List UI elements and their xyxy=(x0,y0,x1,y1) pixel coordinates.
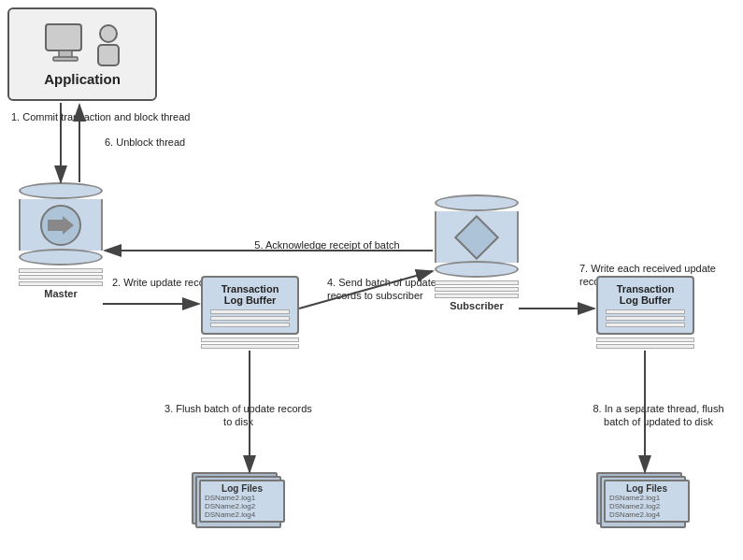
log-files-left: Log Files DSName2.log1 DSName2.log2 DSNa… xyxy=(192,472,293,539)
log-files-right-label: Log Files xyxy=(609,483,684,494)
log-file-right-3: DSName2.log4 xyxy=(609,510,684,519)
step3-label: 3. Flush batch of update records to disk xyxy=(164,402,313,429)
application-box: Application xyxy=(7,7,157,101)
log-file-left-1: DSName2.log1 xyxy=(205,494,279,502)
log-file-left-2: DSName2.log2 xyxy=(205,502,279,510)
svg-rect-2 xyxy=(53,57,78,61)
log-file-right-1: DSName2.log1 xyxy=(609,494,684,502)
master-label: Master xyxy=(19,288,103,299)
monitor-icon xyxy=(42,22,89,69)
tlb-left: Transaction Log Buffer xyxy=(201,276,299,351)
diagram: Application 1. Commit transaction and bl… xyxy=(0,0,743,560)
log-file-right-2: DSName2.log2 xyxy=(609,502,684,510)
master-arrow-icon xyxy=(40,205,81,246)
master-db: Master xyxy=(19,182,103,299)
step5-label: 5. Acknowledge receipt of batch xyxy=(196,238,458,251)
svg-point-3 xyxy=(100,25,117,42)
step1-label: 1. Commit transaction and block thread xyxy=(11,110,190,123)
tlb-right: Transaction Log Buffer xyxy=(596,276,694,351)
tlb-right-title: Transaction Log Buffer xyxy=(602,283,689,306)
svg-marker-5 xyxy=(48,216,74,235)
application-label: Application xyxy=(44,71,121,87)
subscriber-diamond-icon xyxy=(454,214,499,259)
svg-rect-4 xyxy=(98,45,119,65)
step8-label: 8. In a separate thread, flush batch of … xyxy=(581,402,736,429)
tlb-left-title: Transaction Log Buffer xyxy=(207,283,293,306)
person-icon xyxy=(94,24,122,69)
svg-rect-0 xyxy=(46,24,81,50)
log-file-left-3: DSName2.log4 xyxy=(205,510,279,519)
subscriber-db: Subscriber xyxy=(435,194,519,311)
step6-label: 6. Unblock thread xyxy=(105,136,185,149)
log-files-right: Log Files DSName2.log1 DSName2.log2 DSNa… xyxy=(596,472,697,539)
subscriber-label: Subscriber xyxy=(435,300,519,311)
step4-label: 4. Send batch of update records to subsc… xyxy=(327,276,449,303)
log-files-left-label: Log Files xyxy=(205,483,279,494)
